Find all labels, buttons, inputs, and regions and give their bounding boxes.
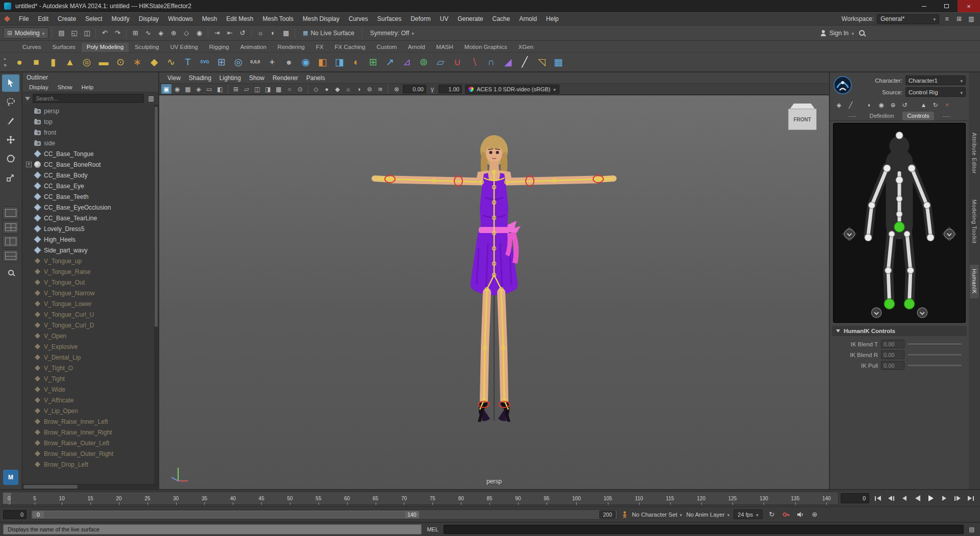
outliner-vertical-scrollbar[interactable] xyxy=(154,105,158,484)
playback-range[interactable]: 0 140 xyxy=(32,511,419,518)
humanik-controls-section-header[interactable]: HumanIK Controls xyxy=(832,326,967,336)
toolbar-icon[interactable] xyxy=(208,29,208,38)
menu-item[interactable]: File xyxy=(14,13,33,25)
multi-cut-icon[interactable]: ╱ xyxy=(517,54,533,70)
minimize-button[interactable] xyxy=(913,0,935,12)
outliner-item[interactable]: V_Dental_Lip xyxy=(22,352,158,363)
go-to-start-button[interactable] xyxy=(871,493,884,503)
outliner-item[interactable]: side xyxy=(22,138,158,148)
outliner-item[interactable]: V_Open xyxy=(22,330,158,341)
user-avatar[interactable]: M xyxy=(3,470,18,485)
param-value-field[interactable]: 0.00 xyxy=(881,361,904,370)
poly-sphere-icon[interactable]: ● xyxy=(11,54,28,70)
scale-tool[interactable] xyxy=(2,169,19,186)
extract-icon[interactable]: ↗ xyxy=(382,54,398,70)
shelf-tab[interactable]: Rigging xyxy=(204,43,234,52)
poly-torus-icon[interactable]: ◎ xyxy=(79,54,95,70)
film-gate-icon[interactable]: ▱ xyxy=(241,84,252,94)
zoom-tool[interactable] xyxy=(2,264,19,281)
command-line-input[interactable] xyxy=(444,525,964,534)
step-forward-frame-button[interactable] xyxy=(938,493,950,503)
playback-end-handle[interactable]: 140 xyxy=(405,512,419,518)
outliner-item[interactable]: V_Tongue_Curl_U xyxy=(22,309,158,320)
outliner-item[interactable]: CC_Base_EyeOcclusion xyxy=(22,202,158,213)
delete-definition-icon[interactable]: × xyxy=(942,100,952,110)
outliner-item[interactable]: V_Tight xyxy=(22,373,158,384)
character-controls-tab[interactable]: ---- xyxy=(843,112,861,120)
step-forward-key-button[interactable] xyxy=(951,493,964,503)
quad-draw-icon[interactable]: ⊞ xyxy=(365,54,381,70)
move-tool[interactable] xyxy=(2,131,19,148)
lock-camera-icon[interactable]: ◉ xyxy=(172,84,182,94)
script-editor-icon[interactable]: ▤ xyxy=(967,524,977,534)
center-pivot-icon[interactable]: + xyxy=(264,54,280,70)
construction-history-icon[interactable]: ↺ xyxy=(236,27,249,39)
outliner-item[interactable]: CC_Base_Teeth xyxy=(22,191,158,202)
menu-item[interactable]: Mesh Tools xyxy=(258,13,298,25)
gamma-field[interactable]: 1.00 xyxy=(438,85,462,93)
time-ruler[interactable]: 0510152025303540455055606570758085909510… xyxy=(2,492,839,505)
outliner-item[interactable]: V_Affricate xyxy=(22,395,158,405)
range-slider-track[interactable]: 0 140 200 xyxy=(31,509,618,520)
safe-action-icon[interactable]: ○ xyxy=(284,84,295,94)
side-tab[interactable]: Modeling Toolkit xyxy=(970,195,979,248)
outliner-item[interactable]: V_Tongue_Lower xyxy=(22,298,158,309)
character-controls-tab[interactable]: Controls xyxy=(902,112,935,120)
render-frame-icon[interactable]: ☼ xyxy=(254,27,266,39)
shelf-tab[interactable]: Motion Graphics xyxy=(459,43,512,52)
view-cube[interactable]: FRONT xyxy=(788,104,817,130)
outliner-item[interactable]: Lovely_Dress5 xyxy=(22,223,158,234)
shelf-tab[interactable]: Arnold xyxy=(403,43,430,52)
snap-to-grids-icon[interactable]: ⊞ xyxy=(129,27,141,39)
view-cube-top-face[interactable] xyxy=(790,104,815,109)
svg-tool-icon[interactable]: SVG xyxy=(197,54,213,70)
play-forwards-button[interactable] xyxy=(924,493,937,503)
shelf-tab[interactable]: XGen xyxy=(513,43,538,52)
viewport-menu-item[interactable]: Panels xyxy=(302,74,329,82)
outliner-search-input[interactable] xyxy=(33,94,144,103)
subdiv-surface-icon[interactable]: ◉ xyxy=(298,54,314,70)
character-controls-tab[interactable]: Definition xyxy=(865,112,899,120)
menu-item[interactable]: Select xyxy=(81,13,107,25)
poly-cube-icon[interactable]: ■ xyxy=(28,54,44,70)
outliner-item[interactable]: top xyxy=(22,116,158,127)
screen-space-ao-icon[interactable]: ⊚ xyxy=(364,84,375,94)
menu-set-dropdown[interactable]: ⊞ Modeling xyxy=(3,28,48,39)
animation-start-field[interactable]: 0 xyxy=(3,510,27,519)
outliner-item[interactable]: V_Tongue_Curl_D xyxy=(22,320,158,330)
filter-icon[interactable] xyxy=(25,97,30,100)
shelf-tab[interactable]: FX xyxy=(311,43,329,52)
animation-end-field[interactable]: 200 xyxy=(599,511,616,519)
input-connections-icon[interactable]: ⇥ xyxy=(211,27,223,39)
outliner-item[interactable]: V_Tongue_Raise xyxy=(22,266,158,277)
param-slider[interactable] xyxy=(908,343,962,345)
exposure-field[interactable]: 0.00 xyxy=(403,85,426,93)
menu-item[interactable]: Mesh Display xyxy=(298,13,344,25)
color-space-dropdown[interactable]: ACES 1.0 SDR-video (sRGB) xyxy=(465,85,559,94)
search-icon[interactable] xyxy=(859,30,865,36)
viewport-menu-item[interactable]: Show xyxy=(245,74,268,82)
view-cube-front-face[interactable]: FRONT xyxy=(788,109,817,130)
boolean-union-icon[interactable]: ∪ xyxy=(449,54,465,70)
menu-item[interactable]: Help xyxy=(542,13,564,25)
textured-icon[interactable]: ◆ xyxy=(332,84,342,94)
snap-to-projected-center-icon[interactable]: ⊕ xyxy=(167,27,180,39)
outliner-item[interactable]: Brow_Raise_Inner_Left xyxy=(22,416,158,427)
resolution-gate-icon[interactable]: ◫ xyxy=(252,84,262,94)
menu-item[interactable]: UV xyxy=(435,13,453,25)
outliner-item[interactable]: V_Tongue_Out xyxy=(22,277,158,288)
outliner-item[interactable]: CC_Base_TearLine xyxy=(22,213,158,223)
snap-to-points-icon[interactable]: ◈ xyxy=(155,27,167,39)
mirror-pose-icon[interactable]: ◐ xyxy=(865,100,874,110)
shelf-menu-icon[interactable]: ▸ xyxy=(4,57,6,61)
toolbar-icon[interactable] xyxy=(126,29,127,38)
save-scene-icon[interactable]: ◫ xyxy=(81,27,93,39)
menu-item[interactable]: Create xyxy=(53,13,81,25)
param-value-field[interactable]: 0.00 xyxy=(881,340,904,348)
expand-toggle-icon[interactable] xyxy=(26,162,32,167)
rotate-tool[interactable] xyxy=(2,150,19,167)
shelf-tab[interactable]: Custom xyxy=(372,43,402,52)
step-back-frame-button[interactable] xyxy=(898,493,911,503)
motion-blur-icon[interactable]: ≋ xyxy=(375,84,385,94)
list-view-icon[interactable]: ▥ xyxy=(146,94,156,103)
